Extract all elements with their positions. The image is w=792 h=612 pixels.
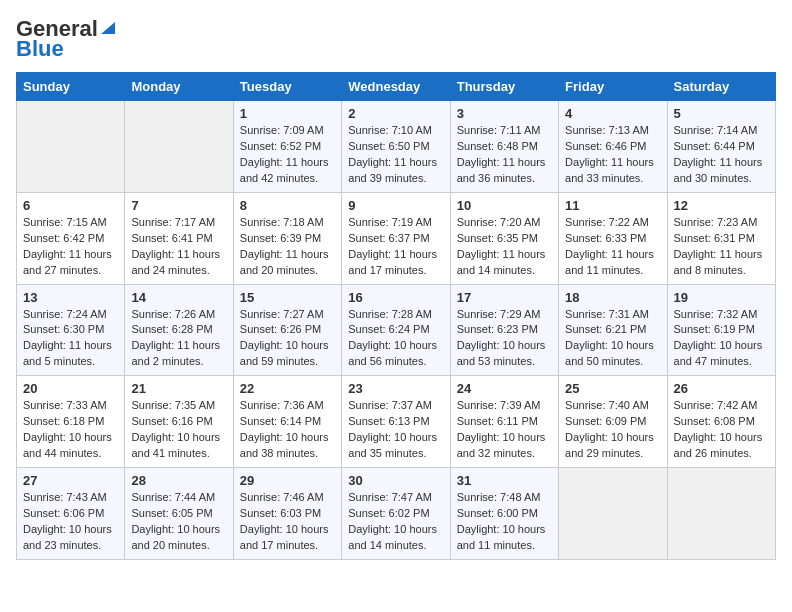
- day-number: 22: [240, 381, 335, 396]
- cell-info: Sunrise: 7:20 AMSunset: 6:35 PMDaylight:…: [457, 215, 552, 279]
- daylight-text: Daylight: 11 hours and 36 minutes.: [457, 156, 546, 184]
- day-number: 19: [674, 290, 769, 305]
- calendar-cell: 17Sunrise: 7:29 AMSunset: 6:23 PMDayligh…: [450, 284, 558, 376]
- day-number: 17: [457, 290, 552, 305]
- calendar-cell: 31Sunrise: 7:48 AMSunset: 6:00 PMDayligh…: [450, 468, 558, 560]
- days-header-row: SundayMondayTuesdayWednesdayThursdayFrid…: [17, 73, 776, 101]
- daylight-text: Daylight: 10 hours and 41 minutes.: [131, 431, 220, 459]
- day-number: 8: [240, 198, 335, 213]
- cell-info: Sunrise: 7:23 AMSunset: 6:31 PMDaylight:…: [674, 215, 769, 279]
- cell-info: Sunrise: 7:48 AMSunset: 6:00 PMDaylight:…: [457, 490, 552, 554]
- daylight-text: Daylight: 10 hours and 47 minutes.: [674, 339, 763, 367]
- calendar-cell: 8Sunrise: 7:18 AMSunset: 6:39 PMDaylight…: [233, 192, 341, 284]
- cell-info: Sunrise: 7:37 AMSunset: 6:13 PMDaylight:…: [348, 398, 443, 462]
- daylight-text: Daylight: 10 hours and 35 minutes.: [348, 431, 437, 459]
- calendar-cell: 14Sunrise: 7:26 AMSunset: 6:28 PMDayligh…: [125, 284, 233, 376]
- day-number: 28: [131, 473, 226, 488]
- sunset-text: Sunset: 6:44 PM: [674, 140, 755, 152]
- sunset-text: Sunset: 6:50 PM: [348, 140, 429, 152]
- day-header-wednesday: Wednesday: [342, 73, 450, 101]
- sunset-text: Sunset: 6:13 PM: [348, 415, 429, 427]
- day-header-tuesday: Tuesday: [233, 73, 341, 101]
- sunrise-text: Sunrise: 7:37 AM: [348, 399, 432, 411]
- sunrise-text: Sunrise: 7:31 AM: [565, 308, 649, 320]
- sunset-text: Sunset: 6:28 PM: [131, 323, 212, 335]
- day-number: 4: [565, 106, 660, 121]
- cell-info: Sunrise: 7:39 AMSunset: 6:11 PMDaylight:…: [457, 398, 552, 462]
- cell-info: Sunrise: 7:18 AMSunset: 6:39 PMDaylight:…: [240, 215, 335, 279]
- sunrise-text: Sunrise: 7:17 AM: [131, 216, 215, 228]
- sunset-text: Sunset: 6:52 PM: [240, 140, 321, 152]
- daylight-text: Daylight: 11 hours and 8 minutes.: [674, 248, 763, 276]
- daylight-text: Daylight: 11 hours and 30 minutes.: [674, 156, 763, 184]
- cell-info: Sunrise: 7:10 AMSunset: 6:50 PMDaylight:…: [348, 123, 443, 187]
- daylight-text: Daylight: 10 hours and 50 minutes.: [565, 339, 654, 367]
- sunset-text: Sunset: 6:05 PM: [131, 507, 212, 519]
- sunset-text: Sunset: 6:00 PM: [457, 507, 538, 519]
- day-number: 26: [674, 381, 769, 396]
- svg-marker-0: [101, 22, 115, 34]
- sunset-text: Sunset: 6:26 PM: [240, 323, 321, 335]
- logo-text-blue: Blue: [16, 36, 64, 62]
- calendar-cell: 22Sunrise: 7:36 AMSunset: 6:14 PMDayligh…: [233, 376, 341, 468]
- sunrise-text: Sunrise: 7:10 AM: [348, 124, 432, 136]
- sunset-text: Sunset: 6:46 PM: [565, 140, 646, 152]
- calendar-cell: 11Sunrise: 7:22 AMSunset: 6:33 PMDayligh…: [559, 192, 667, 284]
- day-number: 29: [240, 473, 335, 488]
- sunrise-text: Sunrise: 7:18 AM: [240, 216, 324, 228]
- daylight-text: Daylight: 11 hours and 11 minutes.: [565, 248, 654, 276]
- calendar-cell: 18Sunrise: 7:31 AMSunset: 6:21 PMDayligh…: [559, 284, 667, 376]
- cell-info: Sunrise: 7:09 AMSunset: 6:52 PMDaylight:…: [240, 123, 335, 187]
- day-number: 11: [565, 198, 660, 213]
- sunrise-text: Sunrise: 7:42 AM: [674, 399, 758, 411]
- sunrise-text: Sunrise: 7:48 AM: [457, 491, 541, 503]
- sunrise-text: Sunrise: 7:32 AM: [674, 308, 758, 320]
- sunset-text: Sunset: 6:48 PM: [457, 140, 538, 152]
- sunset-text: Sunset: 6:35 PM: [457, 232, 538, 244]
- day-number: 3: [457, 106, 552, 121]
- daylight-text: Daylight: 10 hours and 17 minutes.: [240, 523, 329, 551]
- daylight-text: Daylight: 11 hours and 27 minutes.: [23, 248, 112, 276]
- day-number: 7: [131, 198, 226, 213]
- cell-info: Sunrise: 7:42 AMSunset: 6:08 PMDaylight:…: [674, 398, 769, 462]
- daylight-text: Daylight: 11 hours and 20 minutes.: [240, 248, 329, 276]
- sunset-text: Sunset: 6:41 PM: [131, 232, 212, 244]
- sunset-text: Sunset: 6:39 PM: [240, 232, 321, 244]
- day-number: 24: [457, 381, 552, 396]
- day-number: 30: [348, 473, 443, 488]
- day-number: 20: [23, 381, 118, 396]
- sunrise-text: Sunrise: 7:24 AM: [23, 308, 107, 320]
- day-number: 31: [457, 473, 552, 488]
- sunset-text: Sunset: 6:09 PM: [565, 415, 646, 427]
- sunrise-text: Sunrise: 7:40 AM: [565, 399, 649, 411]
- day-number: 23: [348, 381, 443, 396]
- calendar-week-row: 6Sunrise: 7:15 AMSunset: 6:42 PMDaylight…: [17, 192, 776, 284]
- cell-info: Sunrise: 7:22 AMSunset: 6:33 PMDaylight:…: [565, 215, 660, 279]
- daylight-text: Daylight: 11 hours and 42 minutes.: [240, 156, 329, 184]
- cell-info: Sunrise: 7:36 AMSunset: 6:14 PMDaylight:…: [240, 398, 335, 462]
- daylight-text: Daylight: 10 hours and 56 minutes.: [348, 339, 437, 367]
- sunrise-text: Sunrise: 7:19 AM: [348, 216, 432, 228]
- day-number: 2: [348, 106, 443, 121]
- cell-info: Sunrise: 7:33 AMSunset: 6:18 PMDaylight:…: [23, 398, 118, 462]
- cell-info: Sunrise: 7:44 AMSunset: 6:05 PMDaylight:…: [131, 490, 226, 554]
- calendar-cell: 1Sunrise: 7:09 AMSunset: 6:52 PMDaylight…: [233, 101, 341, 193]
- cell-info: Sunrise: 7:31 AMSunset: 6:21 PMDaylight:…: [565, 307, 660, 371]
- cell-info: Sunrise: 7:13 AMSunset: 6:46 PMDaylight:…: [565, 123, 660, 187]
- day-number: 18: [565, 290, 660, 305]
- daylight-text: Daylight: 10 hours and 23 minutes.: [23, 523, 112, 551]
- calendar-cell: 30Sunrise: 7:47 AMSunset: 6:02 PMDayligh…: [342, 468, 450, 560]
- sunrise-text: Sunrise: 7:14 AM: [674, 124, 758, 136]
- calendar-cell: 4Sunrise: 7:13 AMSunset: 6:46 PMDaylight…: [559, 101, 667, 193]
- calendar-cell: 9Sunrise: 7:19 AMSunset: 6:37 PMDaylight…: [342, 192, 450, 284]
- sunset-text: Sunset: 6:23 PM: [457, 323, 538, 335]
- daylight-text: Daylight: 10 hours and 26 minutes.: [674, 431, 763, 459]
- daylight-text: Daylight: 11 hours and 24 minutes.: [131, 248, 220, 276]
- sunrise-text: Sunrise: 7:35 AM: [131, 399, 215, 411]
- day-header-friday: Friday: [559, 73, 667, 101]
- sunrise-text: Sunrise: 7:09 AM: [240, 124, 324, 136]
- page-header: General Blue: [16, 16, 776, 62]
- logo-arrow-icon: [99, 18, 117, 36]
- day-number: 25: [565, 381, 660, 396]
- calendar-table: SundayMondayTuesdayWednesdayThursdayFrid…: [16, 72, 776, 560]
